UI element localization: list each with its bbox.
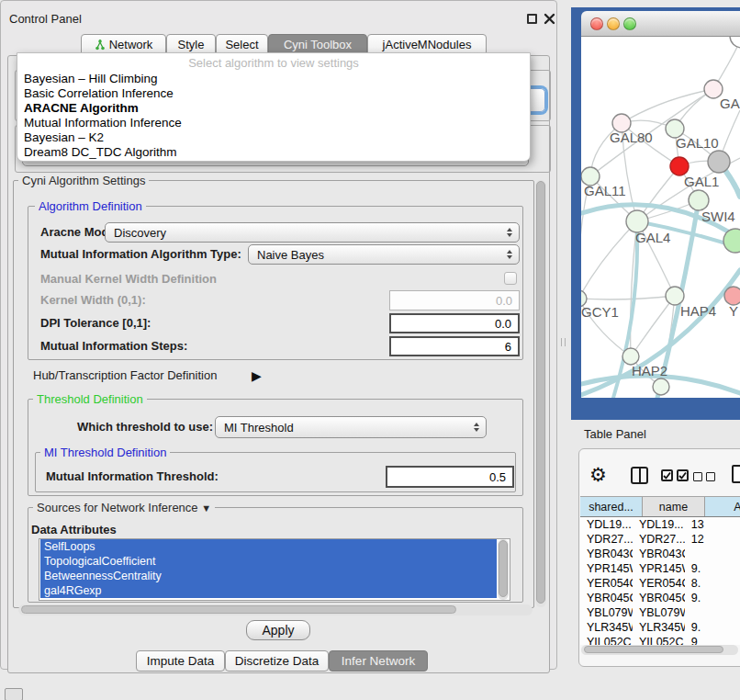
table-row[interactable]: YPR145WYPR145W9.: [580, 561, 740, 576]
column-header[interactable]: shared...: [580, 497, 643, 516]
table-row[interactable]: YER054CYER054C8.: [580, 576, 740, 591]
network-view-canvas[interactable]: GALGAL80GAL10GAL1GAL11SWI4GAL4GCY1HAP4YH…: [581, 37, 740, 398]
network-edge[interactable]: [581, 221, 637, 299]
table-cell: YPR145W: [633, 561, 685, 576]
column-header[interactable]: A: [705, 497, 740, 516]
settings-horizontal-scrollbar[interactable]: [18, 604, 533, 615]
network-node[interactable]: [724, 287, 740, 305]
gear-icon[interactable]: ⚙: [589, 463, 607, 487]
stepper-arrows-icon: [507, 228, 512, 237]
minimized-panel-button[interactable]: [5, 688, 23, 700]
aracne-mode-combobox[interactable]: Discovery: [105, 222, 520, 243]
tab-discretize-data[interactable]: Discretize Data: [225, 650, 329, 672]
new-table-icon[interactable]: [732, 465, 740, 483]
table-cell: YIL052C: [580, 635, 633, 645]
checked-checkbox-icon[interactable]: [677, 469, 689, 481]
float-window-icon[interactable]: [527, 14, 537, 24]
collapse-down-icon[interactable]: ▼: [201, 502, 211, 514]
table-row[interactable]: YLR345WYLR345W9.: [580, 620, 740, 635]
tab-label: Cyni Toolbox: [284, 38, 352, 51]
columns-icon[interactable]: [631, 467, 648, 484]
table-row[interactable]: YIL052CYIL052C9: [580, 635, 740, 645]
which-threshold-combobox[interactable]: MI Threshold: [215, 416, 487, 438]
which-threshold-label: Which threshold to use:: [77, 417, 213, 437]
unchecked-box-icon[interactable]: [706, 472, 715, 481]
apply-button[interactable]: Apply: [246, 620, 310, 640]
table-cell: YBL079W: [580, 605, 633, 620]
network-edge[interactable]: [581, 296, 675, 299]
attribute-item[interactable]: gal4RGexp: [40, 583, 497, 598]
algorithm-dropdown-popup: Select algorithm to view settings Bayesi…: [17, 52, 531, 162]
network-edge[interactable]: [622, 89, 713, 123]
manual-kernel-checkbox[interactable]: [504, 272, 517, 285]
column-header[interactable]: name: [643, 497, 705, 516]
table-cell: 9.: [685, 620, 740, 635]
network-node[interactable]: [730, 37, 740, 48]
tab-label: Select: [225, 38, 258, 51]
scrollbar-thumb[interactable]: [584, 646, 723, 653]
close-icon[interactable]: [544, 13, 555, 25]
table-cell: YBR045C: [580, 591, 633, 605]
network-node[interactable]: [666, 287, 684, 305]
network-node[interactable]: [708, 151, 730, 173]
scrollbar-thumb[interactable]: [536, 181, 545, 604]
mi-type-value: Naive Bayes: [257, 248, 324, 262]
network-window-titlebar[interactable]: [581, 11, 740, 37]
mi-threshold-group-title: MI Threshold Definition: [40, 446, 170, 459]
scrollbar-thumb[interactable]: [499, 540, 508, 597]
algorithm-option[interactable]: Bayesian – Hill Climbing: [17, 72, 530, 86]
table-horizontal-scrollbar[interactable]: [581, 645, 738, 655]
tab-impute-data[interactable]: Impute Data: [136, 650, 225, 672]
network-node[interactable]: [653, 378, 669, 395]
table-cell: 8.: [685, 576, 740, 591]
attribute-item[interactable]: SelfLoops: [40, 539, 497, 554]
mi-threshold-field[interactable]: 0.5: [386, 466, 514, 488]
mi-type-combobox[interactable]: Naive Bayes: [248, 244, 520, 265]
dpi-tolerance-label: DPI Tolerance [0,1]:: [40, 313, 151, 333]
algorithm-option[interactable]: Bayesian – K2: [17, 130, 530, 145]
table-cell: YDR27...: [633, 532, 685, 547]
mi-steps-field[interactable]: 6: [389, 336, 520, 356]
attributes-vertical-scrollbar[interactable]: [498, 539, 509, 600]
kernel-width-field[interactable]: 0.0: [389, 290, 520, 310]
node-label: GAL: [720, 96, 740, 111]
network-node[interactable]: [670, 157, 689, 175]
minimize-window-icon[interactable]: [607, 17, 620, 30]
tab-label: Style: [178, 38, 205, 51]
manual-kernel-label: Manual Kernel Width Definition: [40, 269, 217, 289]
node-label: GAL4: [635, 230, 670, 245]
table-row[interactable]: YBR045CYBR045C9.: [580, 591, 740, 605]
settings-vertical-scrollbar[interactable]: [535, 180, 546, 607]
divider-resize-handle[interactable]: [561, 338, 566, 346]
table-cell: YLR345W: [580, 620, 633, 635]
table-cell: YDL19...: [580, 517, 633, 532]
algorithm-option[interactable]: ARACNE Algorithm: [17, 101, 530, 116]
algorithm-option[interactable]: Dream8 DC_TDC Algorithm: [17, 145, 530, 160]
threshold-title: Threshold Definition: [33, 392, 147, 406]
hub-section-label[interactable]: Hub/Transcription Factor Definition: [33, 366, 217, 386]
node-label: Y: [729, 303, 738, 319]
tab-label: Network: [109, 38, 153, 51]
table-row[interactable]: YBR043CYBR043C: [580, 547, 740, 561]
dpi-tolerance-field[interactable]: 0.0: [389, 313, 520, 333]
cyni-settings-title: Cyni Algorithm Settings: [18, 174, 149, 187]
data-attributes-list[interactable]: SelfLoopsTopologicalCoefficientBetweenne…: [39, 538, 510, 601]
network-node[interactable]: [689, 190, 709, 210]
table-row[interactable]: YDL19...YDL19...13: [580, 517, 740, 532]
dropdown-placeholder: Select algorithm to view settings: [17, 53, 530, 72]
close-window-icon[interactable]: [590, 17, 603, 30]
zoom-window-icon[interactable]: [623, 17, 636, 30]
expand-right-icon[interactable]: ▶: [252, 366, 262, 386]
sources-title: Sources for Network Inference ▼: [33, 501, 215, 514]
attribute-item[interactable]: TopologicalCoefficient: [40, 554, 497, 569]
unchecked-box-icon[interactable]: [693, 472, 702, 481]
checked-checkbox-icon[interactable]: [661, 469, 673, 481]
table-row[interactable]: YDR27...YDR27...12: [580, 532, 740, 547]
algorithm-option[interactable]: Mutual Information Inference: [17, 116, 530, 130]
algorithm-option[interactable]: Basic Correlation Inference: [17, 86, 530, 101]
table-row[interactable]: YBL079WYBL079W: [580, 605, 740, 620]
attribute-item[interactable]: BetweennessCentrality: [40, 569, 497, 583]
stepper-arrows-icon: [507, 250, 512, 259]
tab-infer-network[interactable]: Infer Network: [329, 650, 428, 672]
scrollbar-thumb[interactable]: [21, 605, 456, 614]
